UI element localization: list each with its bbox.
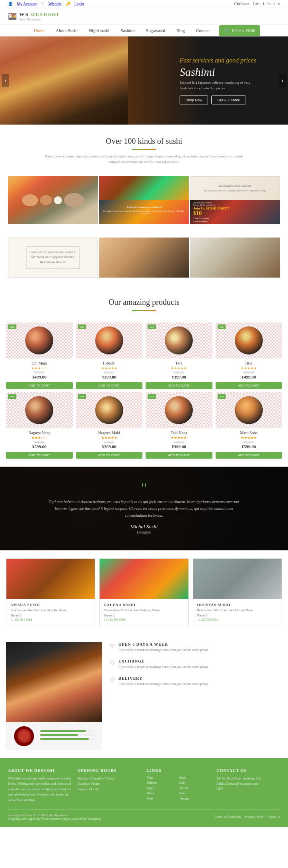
product-card-1[interactable]: sale Hibachi ★★★★★ ¥999.00 ¥399.00 ADD T…: [76, 322, 143, 389]
footer-links-title: LINKS: [147, 768, 211, 773]
cart-link[interactable]: Cart: [253, 2, 260, 6]
reservation-label-1: Reservation: Mon.Sun. Can Only By Phone: [104, 608, 184, 612]
footer-link-nigiri[interactable]: Nigiri: [147, 786, 178, 790]
product-old-price-2: ¥999.00: [146, 371, 212, 375]
add-cart-button-0[interactable]: ADD TO CART: [6, 382, 73, 389]
product-card-2[interactable]: sale Tara ★★★★★ ¥999.00 ¥399.00 ADD TO C…: [146, 322, 212, 389]
add-cart-button-7[interactable]: ADD TO CART: [216, 452, 282, 459]
nav-sugatsushi[interactable]: Sugatsushi: [140, 25, 171, 36]
terms-link[interactable]: Terms & Conditions: [215, 815, 241, 819]
hero-prev-arrow[interactable]: ‹: [2, 74, 9, 87]
info-title-0: OPEN 6 DAYS A WEEK: [118, 642, 208, 646]
add-cart-button-4[interactable]: ADD TO CART: [6, 452, 73, 459]
nav-nigiri[interactable]: Nigiri sushi: [83, 25, 115, 36]
add-cart-button-1[interactable]: ADD TO CART: [76, 382, 143, 389]
about-link[interactable]: About Us: [268, 815, 280, 819]
social-t[interactable]: t: [274, 2, 275, 6]
footer-hour-0: Monday - Thursday: 7 hours: [78, 776, 141, 781]
product-card-4[interactable]: sale Nagoya Naga ★★★☆☆ ¥999.00 ¥599.00 A…: [6, 392, 73, 459]
social-v[interactable]: v: [278, 2, 280, 6]
progress-bars: [40, 730, 94, 742]
hero-slider: Fast services and good prices Sashimi Sa…: [0, 36, 288, 125]
feature-food-3: [99, 238, 189, 278]
footer-hour-2: Sunday: Closed: [78, 787, 141, 792]
footer-link-maki[interactable]: Maki: [147, 791, 178, 795]
footer-col-contact: CONTACT US 234 St. Main Street. Anaheim,…: [216, 768, 280, 803]
feature-item-right: You asked for more sushi sets You get mo…: [190, 176, 280, 224]
info-desc-2: If you wish to return or exchange items …: [118, 682, 208, 687]
product-card-5[interactable]: sale Nagoya Maki ★★★★★ ¥999.00 ¥399.00 A…: [76, 392, 143, 459]
info-item-2: ♡ DELIVERY If you wish to return or exch…: [110, 676, 282, 687]
nav-sashimi[interactable]: Sashimi: [115, 25, 140, 36]
hero-subtitle: Fast services and good prices: [180, 57, 256, 64]
feature-grid: Delicious Japanese sushi food Creating a…: [0, 172, 288, 232]
nav-home[interactable]: Home: [28, 25, 50, 36]
footer-link-roll[interactable]: Roll: [179, 781, 210, 785]
footer-link-salmon[interactable]: Salmon: [147, 781, 178, 785]
heart-icon-0: ♡: [110, 643, 115, 650]
shop-now-button[interactable]: Shop Now: [180, 96, 208, 105]
reservation-phone-label-2: Phone #:: [197, 614, 278, 617]
product-name-3: Hita: [216, 361, 282, 365]
privacy-link[interactable]: Privacy Policy: [245, 815, 264, 819]
logo-name: DESUSHI: [31, 11, 59, 17]
social-f[interactable]: f: [263, 2, 264, 6]
wishlist-link[interactable]: Wishlist: [48, 2, 62, 6]
product-name-6: Taki Naga: [146, 431, 212, 435]
reservation-title-2: ORESTAS SUSHI: [197, 603, 278, 607]
product-stars-3: ★★★★★: [216, 366, 282, 370]
footer-about-title: ABOUT WE DESUSHI: [8, 768, 72, 773]
add-cart-button-3[interactable]: ADD TO CART: [216, 382, 282, 389]
product-name-1: Hibachi: [76, 361, 143, 365]
product-card-7[interactable]: sale Maru Soba ★★★★★ ¥999.00 ¥599.00 ADD…: [216, 392, 282, 459]
footer-hours-title: OPENING HOURS: [78, 768, 141, 773]
heart-icon-1: ♡: [110, 660, 115, 667]
product-card-6[interactable]: sale Taki Naga ★★★★★ ¥999.00 ¥399.00 ADD…: [146, 392, 212, 459]
progress-bar-2: [40, 738, 94, 740]
footer-link-tamago[interactable]: Tamago: [179, 797, 210, 800]
full-menu-button[interactable]: Our Full Menu: [211, 96, 246, 105]
reservation-content-0: AMARA SUSHI Reservation: Mon.Sun. Can On…: [6, 599, 95, 626]
nav-contact[interactable]: Contact: [190, 25, 215, 36]
footer-link-nori[interactable]: Nori: [147, 797, 178, 800]
footer-about-text: WS Sushi is a premium sushi restaurant f…: [8, 776, 72, 803]
footer-link-sake[interactable]: Sake: [179, 791, 210, 795]
add-cart-button-2[interactable]: ADD TO CART: [146, 382, 212, 389]
progress-bar-0: [40, 730, 94, 732]
product-name-7: Maru Soba: [216, 431, 282, 435]
section1-title: Over 100 kinds of sushi: [8, 137, 280, 146]
product-badge-0: sale: [8, 324, 16, 329]
footer-links-grid: Tuna Sushi Salmon Roll Nigiri Wasabi Mak…: [147, 776, 211, 801]
footer-link-tuna[interactable]: Tuna: [147, 776, 178, 779]
reservation-phone-0[interactable]: +1 423 995 6561: [10, 618, 91, 622]
footer-col-links: LINKS Tuna Sushi Salmon Roll Nigiri Wasa…: [147, 768, 211, 803]
logo[interactable]: 🍱 WS DESUSHI Sushi Restaurant: [8, 11, 60, 21]
product-price-1: ¥399.00: [76, 375, 143, 379]
logo-prefix: WS: [19, 11, 29, 17]
nav-blog[interactable]: Blog: [171, 25, 190, 36]
add-cart-button-5[interactable]: ADD TO CART: [76, 452, 143, 459]
hero-buttons: Shop Now Our Full Menu: [180, 96, 256, 105]
add-cart-button-6[interactable]: ADD TO CART: [146, 452, 212, 459]
reservation-phone-1[interactable]: +1 423 995 6561: [104, 618, 184, 622]
testimonial-text: Tapi non habent claritatem insitam; est …: [48, 498, 240, 519]
product-stars-4: ★★★☆☆: [6, 436, 73, 440]
product-card-0[interactable]: sale Chi Magi ★★★☆☆ ¥999.00 ¥499.00 ADD …: [6, 322, 73, 389]
feature-food-salmon: [99, 176, 189, 200]
product-card-3[interactable]: sale Hita ★★★★★ ¥999.00 ¥499.00 ADD TO C…: [216, 322, 282, 389]
reservation-img-1: [100, 559, 188, 599]
logo-icon: 🍱: [8, 12, 17, 21]
reservation-phone-2[interactable]: +1 423 995 6561: [197, 618, 278, 622]
cart-button[interactable]: 🛒 0 Items £0.00: [219, 25, 260, 36]
my-account-link[interactable]: My Account: [17, 2, 37, 6]
social-in[interactable]: in: [267, 2, 270, 6]
checkout-link[interactable]: Checkout: [234, 2, 250, 6]
hero-next-arrow[interactable]: ›: [279, 74, 286, 87]
footer-link-sushi[interactable]: Sushi: [179, 776, 210, 779]
product-img-wrap-2: sale: [146, 322, 212, 358]
nav-about[interactable]: About Sushi: [50, 25, 83, 36]
footer-link-wasabi[interactable]: Wasabi: [179, 786, 210, 790]
cet-label: CET: [216, 787, 280, 791]
login-link[interactable]: Login: [74, 2, 84, 6]
product-img-wrap-0: sale: [6, 322, 73, 358]
